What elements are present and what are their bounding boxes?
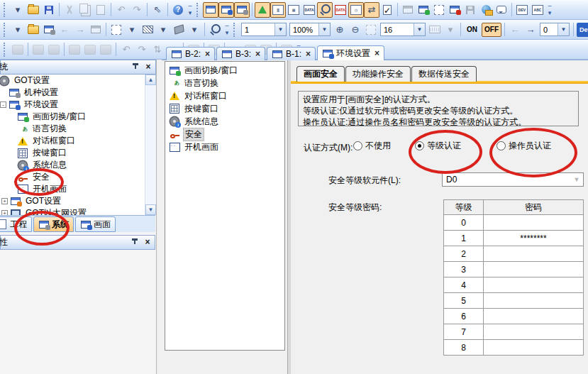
state-number-combo[interactable]: 0▼ — [540, 23, 570, 36]
tree-item-GOT设置[interactable]: +GOT设置 — [0, 195, 155, 207]
screen-number-combo[interactable]: 1▼ — [241, 23, 287, 36]
security-tab-数据传送安全[interactable]: 数据传送安全 — [411, 66, 477, 82]
state-on-button[interactable]: ON — [464, 23, 480, 37]
toolbar-grip[interactable] — [196, 3, 201, 17]
back-button[interactable]: ← — [57, 22, 72, 38]
table-cell[interactable]: 0 — [444, 215, 484, 231]
fill-color-dropdown[interactable] — [171, 22, 187, 38]
keyboard-arrow-icon[interactable]: ▾ — [443, 22, 458, 38]
new-report-screen-button[interactable] — [234, 2, 250, 18]
onscreen-keyboard-button[interactable] — [427, 22, 443, 38]
table-cell[interactable] — [484, 340, 584, 356]
pin-icon[interactable] — [131, 238, 139, 247]
flip-vertical-button[interactable]: ⇅ — [150, 42, 165, 57]
edit-node-button[interactable] — [46, 42, 62, 57]
device-view-button[interactable]: DEV — [514, 2, 530, 18]
toolbar-options-chevron-2[interactable]: –▾ — [545, 2, 554, 18]
zoom-level-combo[interactable]: 100%▼ — [289, 23, 331, 36]
close-icon[interactable]: × — [144, 63, 152, 72]
chevron-down-icon[interactable]: ▼ — [558, 23, 569, 35]
paste-attributes-button[interactable] — [98, 42, 113, 57]
previous-window-button[interactable] — [400, 2, 416, 18]
toolbar-options-chevron-3[interactable]: –▾ — [223, 22, 231, 38]
security-tab-画面安全[interactable]: 画面安全 — [296, 66, 345, 82]
expand-box-icon[interactable]: - — [0, 101, 6, 108]
verify-button[interactable]: ✓ — [379, 2, 395, 18]
open-screen-button[interactable] — [26, 22, 41, 38]
settings-item-安全[interactable]: 安全 — [165, 128, 284, 141]
pin-icon[interactable] — [131, 63, 140, 72]
parts-list-button[interactable]: ▦ — [286, 2, 301, 18]
security-tab-功能操作安全[interactable]: 功能操作安全 — [345, 66, 411, 82]
table-cell[interactable] — [484, 293, 584, 309]
tree-scrollbar[interactable]: ▲ ▼ — [145, 75, 156, 215]
help-button[interactable]: ? — [170, 2, 186, 18]
text-list-button[interactable]: ABC — [530, 2, 545, 18]
table-cell[interactable] — [484, 262, 584, 277]
rotate-left-button[interactable]: ↶ — [118, 42, 134, 57]
table-cell[interactable]: 6 — [444, 309, 484, 324]
fill-arrow-icon[interactable]: ▾ — [187, 22, 202, 38]
new-window-screen-button[interactable] — [218, 2, 234, 18]
table-cell[interactable]: 8 — [444, 340, 484, 356]
grid-size-combo[interactable]: 16▼ — [380, 23, 426, 36]
previous-state-button[interactable]: ← — [507, 22, 523, 38]
close-icon[interactable]: × — [375, 48, 379, 58]
table-cell[interactable] — [484, 215, 584, 231]
close-icon[interactable]: × — [205, 49, 210, 59]
overflow-arrow-icon[interactable]: ▾ — [10, 2, 26, 18]
chevron-down-icon[interactable]: ▼ — [274, 23, 286, 35]
table-cell[interactable]: 1 — [444, 231, 484, 246]
document-tab-B-1:[interactable]: B-1:× — [267, 47, 316, 60]
overflow-arrow-icon-2[interactable]: ▾ — [10, 22, 26, 38]
tree-item-环境设置[interactable]: -环境设置 — [0, 99, 155, 111]
save-project-button[interactable] — [41, 2, 57, 18]
toolbar-grip[interactable] — [233, 23, 238, 37]
touch-area-button[interactable] — [447, 2, 462, 18]
browser-open-button[interactable] — [478, 2, 494, 18]
tree-item-系统信息[interactable]: i系统信息 — [0, 159, 155, 171]
copy-attributes-button[interactable] — [82, 42, 98, 57]
settings-item-按键窗口[interactable]: 按键窗口 — [165, 102, 284, 115]
undo-button[interactable]: ↶ — [113, 2, 129, 18]
close-icon[interactable]: × — [255, 49, 260, 59]
toolbar-grip[interactable] — [4, 23, 8, 37]
zoom-out-button[interactable]: ⊖ — [348, 22, 363, 38]
state-off-button[interactable]: OFF — [482, 23, 501, 37]
radio-等级认证[interactable]: 等级认证 — [415, 140, 461, 152]
toolbar-grip[interactable] — [4, 3, 8, 17]
time-action-button[interactable]: ◷ — [348, 2, 364, 18]
tree-item-语言切换[interactable]: 语言切换 — [0, 123, 155, 135]
data-browser-button[interactable] — [317, 2, 333, 18]
pattern-arrow-icon[interactable]: ▾ — [155, 22, 171, 38]
settings-item-语言切换[interactable]: 语言切换 — [165, 77, 284, 89]
document-tab-B-2:[interactable]: B-2:× — [166, 47, 215, 60]
next-state-button[interactable]: → — [523, 22, 538, 38]
edit-vertex-button[interactable] — [30, 42, 46, 57]
table-cell[interactable]: ******** — [484, 231, 584, 246]
table-cell[interactable]: 3 — [444, 262, 484, 277]
settings-item-对话框窗口[interactable]: 对话框窗口 — [165, 89, 284, 102]
table-cell[interactable] — [484, 309, 584, 324]
security-device-dropdown[interactable]: D0 ▼ — [442, 172, 584, 187]
table-cell[interactable] — [484, 277, 584, 293]
close-icon[interactable]: × — [306, 49, 311, 59]
tree-item-GOT以太网设置[interactable]: +GOT以太网设置 — [0, 207, 155, 215]
group-button[interactable] — [10, 42, 26, 57]
screen-frame-button[interactable] — [431, 2, 447, 18]
table-cell[interactable]: 7 — [444, 324, 484, 340]
radio-操作员认证[interactable]: 操作员认证 — [497, 140, 551, 152]
screen-image-list-button[interactable] — [41, 22, 57, 38]
frame-arrow-icon[interactable]: ▾ — [124, 22, 140, 38]
copy-button[interactable] — [77, 2, 93, 18]
comment-list-button[interactable]: ≣ — [270, 2, 286, 18]
document-tab-环境设置[interactable]: 环境设置× — [317, 45, 384, 60]
paste-button[interactable] — [93, 2, 109, 18]
cut-button[interactable] — [62, 2, 77, 18]
comment-open-button[interactable] — [494, 2, 509, 18]
toolbar-options-chevron[interactable]: –▾ — [186, 2, 194, 18]
select-pointer-button[interactable]: ⇖ — [150, 2, 165, 18]
nav-tab-工程[interactable]: 工程 — [0, 216, 32, 232]
forward-button[interactable]: → — [72, 22, 88, 38]
zoom-preview-button[interactable] — [207, 22, 223, 38]
